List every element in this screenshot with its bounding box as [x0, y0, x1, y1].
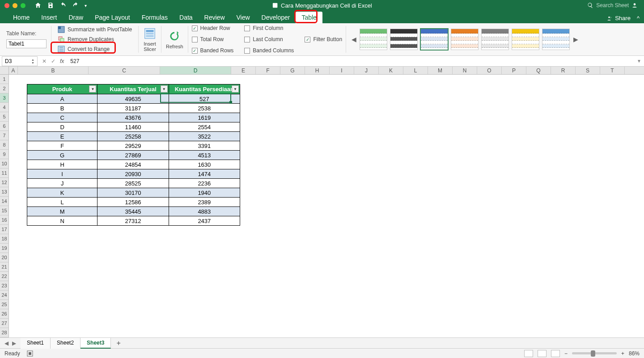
- table-row[interactable]: H248541630: [27, 160, 240, 169]
- ribbon-tab-data[interactable]: Data: [174, 12, 199, 23]
- col-header-L[interactable]: L: [403, 67, 428, 74]
- table-cell[interactable]: B: [27, 103, 97, 113]
- row-header-11[interactable]: 11: [0, 168, 9, 178]
- cancel-formula-icon[interactable]: ✕: [42, 58, 47, 64]
- table-row[interactable]: I209301474: [27, 169, 240, 178]
- table-cell[interactable]: 4883: [169, 206, 240, 216]
- macro-record-icon[interactable]: [26, 350, 34, 357]
- ribbon-collapse-icon[interactable]: ^: [637, 15, 640, 21]
- table-cell[interactable]: H: [27, 160, 97, 169]
- row-header-28[interactable]: 28: [0, 328, 9, 337]
- table-cell[interactable]: D: [27, 122, 97, 131]
- col-header-S[interactable]: S: [576, 67, 600, 74]
- refresh-button[interactable]: Refresh: [163, 29, 186, 50]
- col-header-C[interactable]: C: [89, 67, 160, 74]
- table-header-0[interactable]: Produk▼: [27, 84, 97, 94]
- col-header-P[interactable]: P: [502, 67, 526, 74]
- table-cell[interactable]: 11460: [97, 122, 169, 131]
- table-cell[interactable]: 20930: [97, 169, 169, 178]
- row-header-21[interactable]: 21: [0, 262, 9, 272]
- row-header-14[interactable]: 14: [0, 197, 9, 206]
- table-row[interactable]: C436761619: [27, 113, 240, 122]
- table-cell[interactable]: N: [27, 216, 97, 225]
- sheet-tab-sheet2[interactable]: Sheet2: [51, 338, 80, 349]
- filter-dropdown-icon[interactable]: ▼: [161, 85, 168, 93]
- row-header-4[interactable]: 4: [0, 103, 9, 112]
- select-all-corner[interactable]: [0, 67, 9, 74]
- home-icon[interactable]: [34, 2, 42, 9]
- gallery-prev-icon[interactable]: ◀: [351, 30, 357, 48]
- table-cell[interactable]: F: [27, 141, 97, 150]
- ribbon-tab-page-layout[interactable]: Page Layout: [89, 12, 136, 23]
- ribbon-tab-review[interactable]: Review: [199, 12, 231, 23]
- table-header-1[interactable]: Kuantitas Terjual▼: [97, 84, 169, 94]
- option-banded-rows[interactable]: ✓Banded Rows: [190, 46, 236, 55]
- row-header-27[interactable]: 27: [0, 319, 9, 328]
- col-header-T[interactable]: T: [600, 67, 625, 74]
- account-icon[interactable]: [631, 2, 638, 8]
- table-cell[interactable]: 1630: [169, 160, 240, 169]
- table-cell[interactable]: C: [27, 113, 97, 122]
- ribbon-tab-formulas[interactable]: Formulas: [136, 12, 174, 23]
- option-banded-columns[interactable]: Banded Columns: [242, 46, 296, 55]
- share-area[interactable]: Share ^: [606, 15, 640, 23]
- row-header-5[interactable]: 5: [0, 112, 9, 122]
- table-cell[interactable]: M: [27, 206, 97, 216]
- table-cell[interactable]: J: [27, 178, 97, 188]
- table-cell[interactable]: 30170: [97, 188, 169, 197]
- table-row[interactable]: N273122437: [27, 216, 240, 225]
- insert-slicer-button[interactable]: Insert Slicer: [140, 26, 159, 53]
- row-header-26[interactable]: 26: [0, 309, 9, 319]
- maximize-window-button[interactable]: [21, 3, 25, 8]
- col-header-J[interactable]: J: [354, 67, 379, 74]
- table-cell[interactable]: 2389: [169, 197, 240, 206]
- ribbon-tab-view[interactable]: View: [231, 12, 256, 23]
- table-cell[interactable]: 4513: [169, 150, 240, 160]
- table-cell[interactable]: A: [27, 94, 97, 103]
- table-cell[interactable]: 1619: [169, 113, 240, 122]
- summarize-pivottable-button[interactable]: Summarize with PivotTable: [56, 25, 134, 34]
- table-row[interactable]: M354454883: [27, 206, 240, 216]
- row-header-22[interactable]: 22: [0, 272, 9, 281]
- zoom-in-button[interactable]: +: [621, 350, 624, 357]
- table-cell[interactable]: 29529: [97, 141, 169, 150]
- table-row[interactable]: K301701940: [27, 188, 240, 197]
- col-header-K[interactable]: K: [379, 67, 403, 74]
- col-header-R[interactable]: R: [551, 67, 576, 74]
- table-row[interactable]: E252583522: [27, 131, 240, 141]
- table-cell[interactable]: G: [27, 150, 97, 160]
- table-row[interactable]: L125862389: [27, 197, 240, 206]
- sheet-tab-sheet1[interactable]: Sheet1: [21, 338, 51, 349]
- table-cell[interactable]: 3522: [169, 131, 240, 141]
- col-header-A[interactable]: A: [9, 67, 18, 74]
- formula-expand-icon[interactable]: ▼: [637, 59, 641, 63]
- row-header-19[interactable]: 19: [0, 244, 9, 253]
- row-header-23[interactable]: 23: [0, 281, 9, 291]
- table-cell[interactable]: 12586: [97, 197, 169, 206]
- table-style-swatch-5[interactable]: [512, 29, 539, 50]
- table-cell[interactable]: 31187: [97, 103, 169, 113]
- table-cell[interactable]: 24854: [97, 160, 169, 169]
- row-header-18[interactable]: 18: [0, 234, 9, 244]
- sheet-nav-prev-icon[interactable]: ◀: [4, 340, 8, 346]
- search-sheet[interactable]: Search Sheet: [587, 2, 638, 8]
- row-header-13[interactable]: 13: [0, 187, 9, 197]
- filter-dropdown-icon[interactable]: ▼: [232, 85, 239, 93]
- col-header-Q[interactable]: Q: [526, 67, 551, 74]
- table-row[interactable]: A49635527: [27, 94, 240, 103]
- undo-icon[interactable]: [59, 2, 67, 9]
- col-header-G[interactable]: G: [280, 67, 305, 74]
- table-cell[interactable]: 49635: [97, 94, 169, 103]
- name-box[interactable]: D3 ▲▼: [2, 56, 38, 66]
- table-name-input[interactable]: [6, 39, 47, 48]
- formula-input[interactable]: 527: [68, 58, 79, 64]
- toolbar-customize-icon[interactable]: ▾: [85, 3, 87, 8]
- view-normal-button[interactable]: [524, 350, 533, 357]
- table-cell[interactable]: 35445: [97, 206, 169, 216]
- col-header-M[interactable]: M: [428, 67, 453, 74]
- sheet-nav-next-icon[interactable]: ▶: [12, 340, 16, 346]
- row-header-17[interactable]: 17: [0, 225, 9, 234]
- table-row[interactable]: B311872538: [27, 103, 240, 113]
- col-header-O[interactable]: O: [477, 67, 502, 74]
- col-header-E[interactable]: E: [231, 67, 256, 74]
